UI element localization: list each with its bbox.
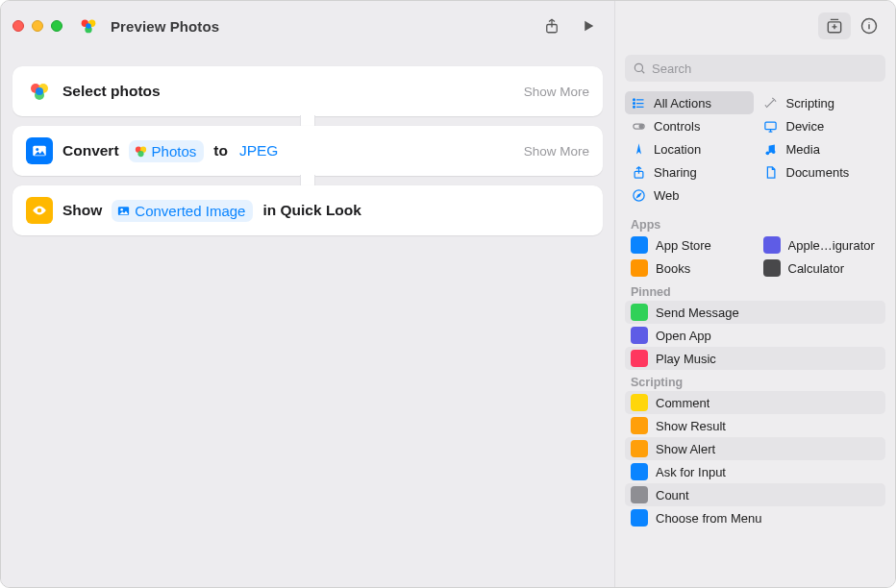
note-icon: [763, 141, 779, 157]
scripting-show-result[interactable]: Show Result: [625, 414, 885, 437]
action-label: Show Result: [656, 419, 726, 433]
category-label: Web: [654, 188, 680, 203]
app-calculator[interactable]: Calculator: [758, 257, 886, 280]
library-sidebar: All ActionsScriptingControlsDeviceLocati…: [614, 1, 895, 587]
category-media[interactable]: Media: [758, 137, 886, 160]
display-icon: [763, 118, 779, 134]
app-icon: [631, 259, 648, 277]
action-icon: [631, 509, 648, 527]
action-convert[interactable]: Convert Photos to JPEG Show More: [12, 126, 603, 176]
action-mid: to: [213, 142, 228, 159]
app-app-store[interactable]: App Store: [625, 233, 754, 257]
scripting-ask-for-input[interactable]: Ask for Input: [625, 460, 885, 483]
svg-point-24: [639, 124, 643, 128]
action-icon: [631, 417, 648, 434]
app-books[interactable]: Books: [625, 257, 754, 280]
category-label: Sharing: [654, 165, 697, 180]
info-button[interactable]: [853, 12, 885, 39]
category-controls[interactable]: Controls: [625, 114, 754, 137]
action-label: Play Music: [656, 352, 716, 366]
app-icon: [763, 259, 781, 277]
category-scripting[interactable]: Scripting: [758, 91, 886, 114]
page-title: Preview Photos: [111, 18, 219, 35]
action-verb: Show: [62, 202, 102, 219]
workflow-actions: Select photos Show More Convert: [1, 51, 614, 587]
app-label: Books: [656, 261, 690, 276]
action-icon: [631, 486, 648, 503]
action-icon: [631, 394, 648, 411]
section-scripting-label: Scripting: [615, 370, 895, 391]
svg-rect-25: [765, 122, 776, 130]
library-toggle-button[interactable]: [818, 12, 851, 39]
search-input[interactable]: [652, 61, 878, 76]
scripting-count[interactable]: Count: [625, 483, 885, 506]
safari-icon: [631, 187, 646, 203]
output-format[interactable]: JPEG: [237, 140, 280, 161]
show-more-button[interactable]: Show More: [524, 85, 589, 99]
show-more-button[interactable]: Show More: [524, 144, 589, 159]
app-icon: [631, 236, 648, 254]
action-label: Comment: [656, 396, 709, 410]
shortcut-icon: [78, 15, 99, 37]
apps-list: App StoreApple…iguratorBooksCalculator: [615, 233, 895, 280]
svg-point-3: [86, 23, 91, 29]
pinned-list: Send MessageOpen AppPlay Music: [615, 301, 895, 370]
image-mini-icon: [116, 204, 131, 218]
search-field[interactable]: [625, 55, 885, 82]
category-label: Controls: [654, 119, 700, 134]
search-icon: [633, 61, 646, 75]
connector: [12, 116, 603, 126]
app-label: Apple…igurator: [788, 238, 875, 253]
scripting-comment[interactable]: Comment: [625, 391, 885, 414]
action-label: Open App: [656, 329, 711, 343]
category-location[interactable]: Location: [625, 137, 754, 160]
category-label: Location: [654, 142, 701, 157]
category-web[interactable]: Web: [625, 184, 754, 207]
app-apple-igurator[interactable]: Apple…igurator: [758, 233, 886, 257]
minimize-button[interactable]: [32, 20, 43, 32]
category-label: Scripting: [786, 96, 835, 110]
nav-icon: [631, 141, 646, 157]
close-button[interactable]: [12, 20, 24, 32]
action-icon: [631, 304, 648, 321]
svg-point-14: [37, 208, 42, 213]
image-icon: [26, 137, 53, 164]
svg-point-8: [36, 87, 43, 95]
action-show-quicklook[interactable]: Show Converted Image in Quick Look: [12, 185, 603, 235]
connector: [12, 176, 603, 185]
action-label: Select photos: [62, 83, 161, 100]
share-button[interactable]: [537, 12, 566, 39]
scripting-list: CommentShow ResultShow AlertAsk for Inpu…: [615, 391, 895, 529]
action-select-photos[interactable]: Select photos Show More: [12, 66, 603, 116]
scripting-choose-from-menu[interactable]: Choose from Menu: [625, 506, 885, 529]
category-documents[interactable]: Documents: [758, 160, 886, 184]
svg-point-16: [121, 208, 124, 211]
action-icon: [631, 440, 648, 457]
doc-icon: [763, 164, 779, 180]
run-button[interactable]: [574, 12, 603, 39]
category-sharing[interactable]: Sharing: [625, 160, 754, 184]
quicklook-icon: [26, 197, 53, 224]
category-all-actions[interactable]: All Actions: [625, 91, 754, 114]
svg-point-10: [36, 148, 38, 151]
action-label: Ask for Input: [656, 465, 726, 479]
category-device[interactable]: Device: [758, 114, 886, 137]
action-suffix: in Quick Look: [262, 202, 361, 219]
svg-point-22: [633, 106, 635, 108]
pinned-play-music[interactable]: Play Music: [625, 347, 885, 370]
input-token-photos[interactable]: Photos: [129, 140, 205, 162]
scripting-show-alert[interactable]: Show Alert: [625, 437, 885, 460]
action-icon: [631, 463, 648, 480]
svg-point-27: [772, 150, 776, 154]
pinned-open-app[interactable]: Open App: [625, 324, 885, 347]
app-icon: [763, 236, 781, 254]
input-token-converted[interactable]: Converted Image: [112, 200, 253, 222]
action-label: Show Alert: [656, 442, 715, 456]
wand-icon: [763, 95, 779, 110]
list-icon: [631, 95, 646, 110]
svg-point-19: [635, 63, 642, 71]
pinned-send-message[interactable]: Send Message: [625, 301, 885, 324]
svg-point-26: [766, 151, 770, 155]
app-window: Preview Photos: [0, 0, 896, 588]
zoom-button[interactable]: [51, 20, 62, 32]
